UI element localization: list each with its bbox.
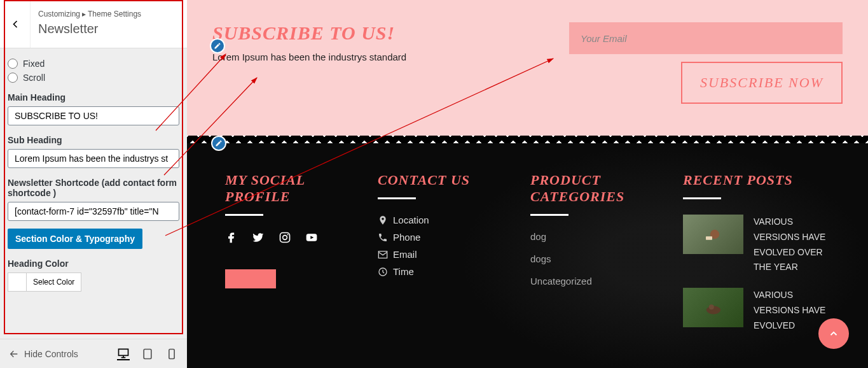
post-title: VARIOUS VERSIONS HAVE EVOLVED OVER THE Y… — [754, 215, 830, 275]
contact-phone: Phone — [378, 232, 511, 243]
chevron-up-icon — [828, 328, 839, 339]
pencil-icon — [214, 42, 221, 50]
zigzag-divider — [187, 136, 868, 143]
sub-heading-label: Sub Heading — [8, 135, 179, 145]
post-thumbnail — [683, 215, 743, 254]
youtube-icon[interactable] — [305, 231, 318, 244]
instagram-icon[interactable] — [279, 231, 291, 244]
category-item[interactable]: dog — [530, 231, 664, 242]
color-swatch — [8, 272, 27, 292]
collapse-icon — [9, 349, 19, 359]
post-item[interactable]: VARIOUS VERSIONS HAVE EVOLVED OVER THE Y… — [683, 215, 830, 275]
red-block — [225, 269, 276, 288]
main-heading-input[interactable] — [8, 106, 179, 125]
scroll-to-top-button[interactable] — [818, 318, 849, 349]
color-picker[interactable]: Select Color — [8, 272, 179, 292]
email-input[interactable] — [569, 22, 843, 54]
twitter-icon[interactable] — [252, 231, 265, 244]
radio-fixed[interactable]: Fixed — [8, 59, 179, 69]
section-color-typography-button[interactable]: Section Color & Typography — [8, 229, 142, 249]
post-thumbnail — [683, 288, 743, 327]
footer-col-categories: PRODUCT CATEGORIES dog dogs Uncategorize… — [530, 172, 664, 347]
back-button[interactable] — [0, 0, 31, 48]
post-title: VARIOUS VERSIONS HAVE EVOLVED — [754, 288, 830, 333]
sub-heading-input[interactable] — [8, 149, 179, 168]
svg-rect-1 — [144, 349, 151, 358]
posts-heading: RECENT POSTS — [683, 172, 830, 188]
preview-pane: SUBSCRIBE TO US! Lorem Ipsum has been th… — [187, 0, 868, 368]
category-item[interactable]: Uncategorized — [530, 276, 664, 287]
contact-location: Location — [378, 215, 511, 225]
main-heading-label: Main Heading — [8, 92, 179, 103]
customizer-sidebar: Customizing▸Theme Settings Newsletter Fi… — [0, 0, 187, 368]
clock-icon — [378, 267, 388, 277]
svg-rect-0 — [119, 349, 128, 355]
radio-scroll[interactable]: Scroll — [8, 73, 179, 83]
breadcrumb: Customizing▸Theme Settings — [38, 10, 179, 18]
sidebar-footer: Hide Controls — [0, 339, 187, 368]
location-icon — [378, 215, 388, 225]
svg-point-5 — [287, 234, 289, 235]
newsletter-section: SUBSCRIBE TO US! Lorem Ipsum has been th… — [187, 0, 868, 136]
category-item[interactable]: dogs — [530, 253, 664, 264]
footer-col-posts: RECENT POSTS VARIOUS VERSIONS HAVE EVOLV… — [683, 172, 830, 347]
select-color-button[interactable]: Select Color — [27, 272, 81, 292]
edit-shortcut-footer[interactable] — [211, 136, 226, 151]
chevron-left-icon — [9, 18, 22, 31]
shortcode-input[interactable] — [8, 202, 179, 221]
footer-col-social: MY SOCIAL PROFILE — [225, 172, 359, 347]
footer-section: MY SOCIAL PROFILE CONTACT US Location Ph… — [187, 143, 868, 368]
sub-heading-text: Lorem Ipsum has been the industrys stand… — [212, 52, 544, 62]
facebook-icon[interactable] — [225, 231, 238, 244]
shortcode-label: Newsletter Shortcode (add contact form s… — [8, 178, 179, 198]
pencil-icon — [215, 139, 223, 147]
device-mobile-button[interactable] — [165, 348, 178, 360]
phone-icon — [378, 232, 388, 243]
svg-point-11 — [708, 304, 713, 309]
contact-email: Email — [378, 249, 511, 260]
hide-controls-button[interactable]: Hide Controls — [9, 349, 78, 359]
subscribe-button[interactable]: SUBSCRIBE NOW — [681, 62, 843, 104]
social-heading: MY SOCIAL PROFILE — [225, 172, 359, 205]
post-item[interactable]: VARIOUS VERSIONS HAVE EVOLVED — [683, 288, 830, 333]
page-title: Newsletter — [38, 22, 179, 36]
device-tablet-button[interactable] — [141, 348, 154, 360]
contact-time: Time — [378, 266, 511, 277]
device-desktop-button[interactable] — [117, 348, 130, 360]
svg-rect-9 — [706, 236, 712, 240]
heading-color-label: Heading Color — [8, 258, 179, 269]
svg-rect-2 — [169, 349, 174, 358]
svg-point-4 — [283, 236, 287, 240]
sidebar-body: Fixed Scroll Main Heading Sub Heading Ne… — [0, 48, 187, 339]
edit-shortcut-newsletter[interactable] — [210, 38, 225, 53]
footer-col-contact: CONTACT US Location Phone Email Time — [378, 172, 511, 347]
categories-heading: PRODUCT CATEGORIES — [530, 172, 664, 205]
email-icon — [378, 250, 388, 260]
sidebar-header: Customizing▸Theme Settings Newsletter — [0, 0, 187, 48]
contact-heading: CONTACT US — [378, 172, 511, 188]
subscribe-heading: SUBSCRIBE TO US! — [212, 22, 544, 44]
